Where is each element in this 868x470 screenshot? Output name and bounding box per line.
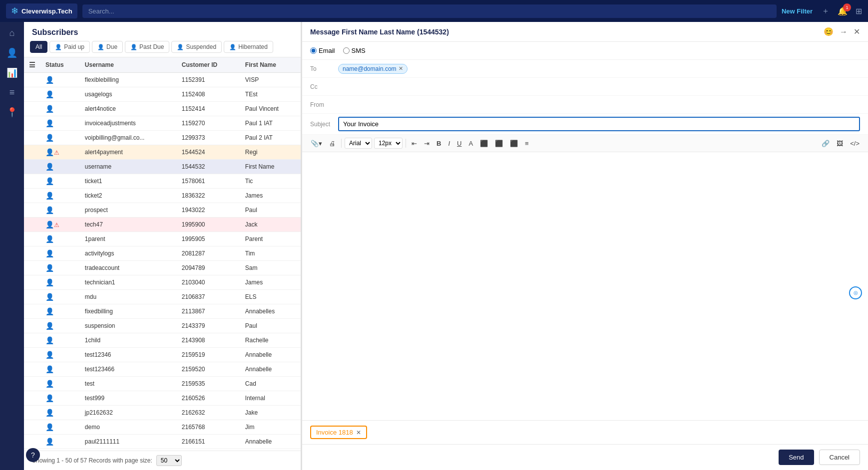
col-menu-cell [24,73,40,87]
table-row[interactable]: 👤 test 2159535 Cad [24,377,301,391]
table-row[interactable]: 👤 1child 2143908 Rachelle [24,333,301,348]
subject-input[interactable] [338,117,860,131]
username-cell: ticket1 [80,174,177,189]
font-size-select[interactable]: 12px [374,138,403,149]
table-row[interactable]: 👤 1parent 1995905 Parent [24,232,301,246]
email-radio-label[interactable]: Email [310,47,335,54]
tab-hibernated[interactable]: 👤 Hibernated [224,41,273,53]
page-size-select[interactable]: 50 25 100 [156,455,182,466]
list-icon[interactable]: ≡ [9,87,15,98]
italic-button[interactable]: I [445,138,452,149]
table-row[interactable]: 👤 alert4notice 1152414 Paul Vincent [24,102,301,116]
table-row[interactable]: 👤 technician1 2103040 James [24,275,301,290]
table-row[interactable]: 👤 prospect 1943022 Paul [24,203,301,218]
new-filter-button[interactable]: New Filter [782,7,813,15]
email-radio[interactable] [310,47,317,54]
link-button[interactable]: 🔗 [819,138,832,149]
search-input[interactable] [82,4,777,18]
underline-button[interactable]: U [454,138,464,149]
table-row[interactable]: 👤⚠ alert4payment 1544524 Regi [24,145,301,160]
table-row[interactable]: 👤 activitylogs 2081287 Tim [24,246,301,261]
table-row[interactable]: 👤 ticket1 1578061 Tic [24,174,301,189]
status-icon: 👤 [45,206,54,214]
notifications-icon[interactable]: 🔔 1 [838,6,848,16]
code-button[interactable]: </> [848,138,862,149]
map-icon[interactable]: 📍 [6,107,17,118]
table-row[interactable]: 👤 tradeaccount 2094789 Sam [24,261,301,275]
emoji-button[interactable]: 😊 [824,27,834,36]
tab-all[interactable]: All [30,41,47,53]
table-row[interactable]: 👤 flexiblebilling 1152391 VISP [24,73,301,87]
col-menu-cell [24,102,40,116]
to-email-remove[interactable]: ✕ [399,65,403,72]
first-name-cell: Regi [240,145,301,160]
more-align-button[interactable]: ≡ [522,138,531,149]
table-row[interactable]: 👤 usagelogs 1152408 TEst [24,87,301,102]
main-layout: ⌂ 👤 📊 ≡ 📍 Subscribers All 👤 Paid up 👤 Du… [0,22,868,470]
table-row[interactable]: 👤 ticket2 1836322 James [24,189,301,203]
table-row[interactable]: 👤 invoiceadjustments 1159270 Paul 1 IAT [24,116,301,131]
align-center-button[interactable]: ⇥ [422,138,432,149]
indent-button[interactable]: ⬛ [477,138,490,149]
status-cell: 👤 [40,377,80,391]
status-cell: 👤 [40,203,80,218]
logo-area[interactable]: ❄ Cleverwisp.Tech [6,3,77,18]
bold-button[interactable]: B [434,138,443,149]
tab-suspended[interactable]: 👤 Suspended [171,41,222,53]
tab-past-due[interactable]: 👤 Past Due [125,41,169,53]
list-button[interactable]: ⬛ [507,138,520,149]
status-icon: 👤 [45,380,54,388]
table-row[interactable]: 👤 fixedbilling 2113867 Annabelles [24,304,301,319]
close-button[interactable]: ✕ [854,27,860,36]
align-left-button[interactable]: ⇤ [409,138,420,149]
table-row[interactable]: 👤 test999 2160526 Internal [24,391,301,406]
grid-icon[interactable]: ⊞ [856,6,862,16]
print-button[interactable]: 🖨 [327,138,338,149]
users-icon[interactable]: 👤 [6,47,17,58]
font-family-select[interactable]: Arial [345,138,372,149]
table-row[interactable]: 👤 demo 2165768 Jim [24,420,301,435]
cancel-button[interactable]: Cancel [819,450,860,465]
tab-paid-up[interactable]: 👤 Paid up [49,41,90,53]
logo-text: Cleverwisp.Tech [21,7,72,15]
customer-id-cell: 2165768 [177,420,240,435]
image-button[interactable]: 🖼 [834,138,846,149]
table-row[interactable]: 👤 paul2111111 2166151 Annabelle [24,435,301,449]
forward-button[interactable]: → [840,27,848,36]
customer-id-cell: 2081287 [177,246,240,261]
alert-icon: ⚠ [54,149,59,156]
table-row[interactable]: 👤 test123466 2159520 Annabelle [24,362,301,377]
sms-radio-label[interactable]: SMS [343,47,366,54]
outdent-button[interactable]: ⬛ [492,138,505,149]
sms-radio[interactable] [343,47,350,54]
attach-button[interactable]: 📎▾ [308,138,325,149]
table-row[interactable]: 👤⚠ tech47 1995900 Jack [24,218,301,232]
add-icon[interactable]: ＋ [822,6,830,16]
attachment-remove[interactable]: ✕ [356,429,361,436]
status-cell: 👤 [40,348,80,362]
editor-area[interactable]: ◎ [302,152,868,420]
status-cell: 👤 [40,131,80,145]
table-row[interactable]: 👤 username 1544532 First Name [24,160,301,174]
status-cell: 👤 [40,261,80,275]
home-icon[interactable]: ⌂ [9,28,15,38]
col-menu-cell [24,246,40,261]
chart-icon[interactable]: 📊 [6,67,17,78]
tab-due[interactable]: 👤 Due [92,41,123,53]
customer-id-cell: 2106837 [177,290,240,304]
username-cell: voipbilling@gmail.co... [80,131,177,145]
status-icon: 👤 [45,409,54,417]
scroll-ring[interactable]: ◎ [849,286,862,299]
help-button[interactable]: ? [26,448,40,462]
username-cell: flexiblebilling [80,73,177,87]
username-cell: invoiceadjustments [80,116,177,131]
col-menu-cell [24,87,40,102]
table-row[interactable]: 👤 test12346 2159519 Annabelle [24,348,301,362]
table-row[interactable]: 👤 jp2162632 2162632 Jake [24,406,301,420]
font-color-button[interactable]: A [466,138,475,149]
send-button[interactable]: Send [779,450,814,465]
customer-id-cell: 1836322 [177,189,240,203]
table-row[interactable]: 👤 voipbilling@gmail.co... 1299373 Paul 2… [24,131,301,145]
table-row[interactable]: 👤 suspension 2143379 Paul [24,319,301,333]
table-row[interactable]: 👤 mdu 2106837 ELS [24,290,301,304]
